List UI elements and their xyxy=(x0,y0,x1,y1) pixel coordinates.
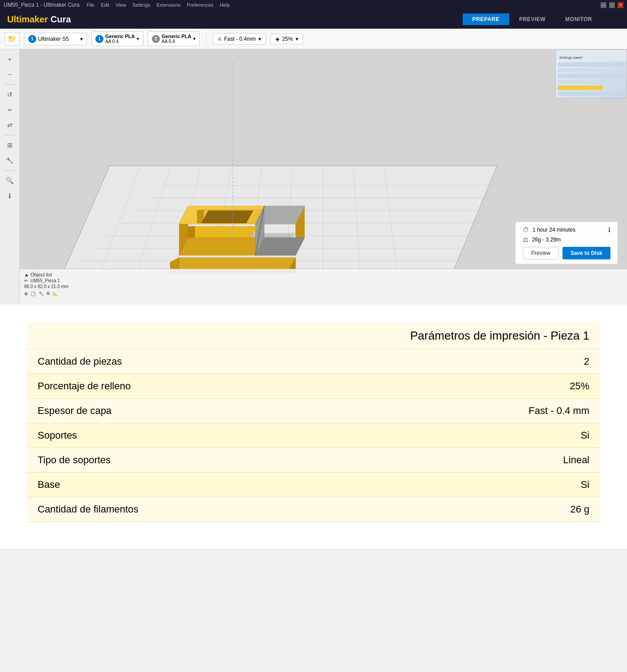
svg-rect-42 xyxy=(558,62,625,67)
close-button[interactable]: ✕ xyxy=(618,2,623,8)
material1-name: Generic PLA xyxy=(105,34,135,39)
nav-monitor[interactable]: MONITOR xyxy=(555,13,602,25)
time-info-icon: ℹ xyxy=(608,226,610,233)
printer-name: Ultimaker S5 xyxy=(38,36,69,42)
svg-rect-43 xyxy=(558,68,625,73)
object-list-label: ▲ Object list xyxy=(24,272,52,277)
app-logo: Ultimaker Cura xyxy=(7,14,71,25)
svg-marker-35 xyxy=(188,226,258,237)
menu-extensions[interactable]: Extensions xyxy=(157,2,181,8)
print-settings-selector[interactable]: ≡ Fast - 0.4mm ▾ xyxy=(213,33,266,45)
svg-rect-45 xyxy=(558,80,625,84)
param-value: Si xyxy=(369,423,600,448)
title-bar: UM55_Pieza 1 - Ultimaker Cura File Edit … xyxy=(0,0,627,10)
infill-icon: ◈ xyxy=(275,36,279,42)
toolbar: 📁 1 Ultimaker S5 ▾ 1 Generic PLA AA 0.4 … xyxy=(0,29,627,49)
file-open-button[interactable]: 📁 xyxy=(4,32,20,46)
menu-settings[interactable]: Settings xyxy=(133,2,150,8)
param-label: Base xyxy=(27,473,369,497)
window-title: UM55_Pieza 1 - Ultimaker Cura xyxy=(4,2,79,8)
param-value: Fast - 0.4 mm xyxy=(369,399,600,423)
material2-selector[interactable]: 2 Generic PLA AA 0.4 ▾ xyxy=(148,31,200,46)
nav-prepare[interactable]: PREPARE xyxy=(463,13,510,25)
tool-icon-5[interactable]: 📐 xyxy=(52,291,58,296)
viewport[interactable]: + − ↺ ⇔ ⇄ ⊞ 🔧 🔍 ℹ xyxy=(0,49,627,305)
param-label: Tipo de soportes xyxy=(27,448,369,473)
table-header: Parámetros de impresión - Pieza 1 xyxy=(27,323,600,349)
estimate-box: ⏱ 1 hour 24 minutes ℹ ⚖ 26g - 3.29m Prev… xyxy=(515,221,618,264)
svg-marker-36 xyxy=(188,226,195,237)
menu-preferences[interactable]: Preferences xyxy=(187,2,213,8)
param-label: Espesor de capa xyxy=(27,399,369,423)
table-title: Parámetros de impresión - Pieza 1 xyxy=(27,323,600,349)
menu-edit[interactable]: Edit xyxy=(101,2,109,8)
svg-rect-46 xyxy=(558,86,603,90)
tool-icon-1[interactable]: ⊕ xyxy=(24,291,28,296)
thumbnail-preview: Settings panel xyxy=(555,49,627,99)
material1-spec: AA 0.4 xyxy=(105,39,135,44)
param-label: Cantidad de filamentos xyxy=(27,497,369,522)
material2-dropdown-icon: ▾ xyxy=(193,36,196,42)
infill-selector[interactable]: ◈ 25% ▾ xyxy=(271,34,303,44)
table-row: Porcentaje de relleno25% xyxy=(27,374,600,399)
settings-icon: ≡ xyxy=(218,35,221,43)
minimize-button[interactable]: — xyxy=(601,2,606,8)
weight-estimate-label: 26g - 3.29m xyxy=(532,237,561,243)
infill-dropdown-icon: ▾ xyxy=(296,36,298,42)
tool-icon-3[interactable]: 🔧 xyxy=(39,291,44,296)
table-row: Espesor de capaFast - 0.4 mm xyxy=(27,399,600,423)
settings-label: Fast - 0.4mm xyxy=(224,36,256,42)
window-controls[interactable]: — □ ✕ xyxy=(601,2,623,8)
maximize-button[interactable]: □ xyxy=(609,2,615,8)
param-value: 2 xyxy=(369,349,600,374)
material1-index: 1 xyxy=(95,35,103,43)
estimate-actions: Preview Save to Disk xyxy=(523,247,610,259)
time-estimate-row: ⏱ 1 hour 24 minutes ℹ xyxy=(523,226,610,233)
table-row: SoportesSi xyxy=(27,423,600,448)
toolbar-separator xyxy=(206,32,206,46)
menu-view[interactable]: View xyxy=(116,2,126,8)
save-to-disk-button[interactable]: Save to Disk xyxy=(563,247,610,259)
app-window: UM55_Pieza 1 - Ultimaker Cura File Edit … xyxy=(0,0,627,549)
param-label: Soportes xyxy=(27,423,369,448)
tool-icon-4[interactable]: ⧉ xyxy=(47,291,50,296)
thumbnail-image: Settings panel xyxy=(556,50,627,98)
object-name-row: ✏ UM55_Pieza 1 xyxy=(24,278,623,283)
weight-icon: ⚖ xyxy=(523,236,528,243)
menu-bar[interactable]: File Edit View Settings Extensions Prefe… xyxy=(86,2,230,8)
table-row: Cantidad de piezas2 xyxy=(27,349,600,374)
table-row: Cantidad de filamentos26 g xyxy=(27,497,600,522)
nav-preview[interactable]: PREVIEW xyxy=(509,13,555,25)
printer-selector[interactable]: 1 Ultimaker S5 ▾ xyxy=(24,33,87,45)
param-label: Cantidad de piezas xyxy=(27,349,369,374)
viewport-svg xyxy=(0,49,627,305)
weight-estimate-row: ⚖ 26g - 3.29m xyxy=(523,236,610,243)
material2-index: 2 xyxy=(152,35,160,43)
logo-text-main: Ultimaker xyxy=(7,14,48,24)
menu-help[interactable]: Help xyxy=(220,2,230,8)
svg-rect-47 xyxy=(558,91,625,96)
object-name-label: UM55_Pieza 1 xyxy=(30,278,60,283)
param-value: 25% xyxy=(369,374,600,399)
app-header: Ultimaker Cura PREPARE PREVIEW MONITOR xyxy=(0,10,627,29)
folder-icon: 📁 xyxy=(8,34,17,43)
menu-file[interactable]: File xyxy=(86,2,94,8)
material1-dropdown-icon: ▾ xyxy=(137,36,139,42)
header-nav: PREPARE PREVIEW MONITOR xyxy=(463,13,602,25)
clock-icon: ⏱ xyxy=(523,226,529,233)
tool-icon-2[interactable]: 📋 xyxy=(30,291,36,296)
time-estimate-label: 1 hour 24 minutes xyxy=(533,227,575,233)
preview-button[interactable]: Preview xyxy=(523,247,559,259)
svg-rect-44 xyxy=(558,74,625,78)
pencil-icon: ✏ xyxy=(24,278,28,283)
object-list-row: ▲ Object list xyxy=(24,272,623,277)
printer-index: 1 xyxy=(28,35,36,43)
svg-text:Settings panel: Settings panel xyxy=(559,56,582,60)
param-value: Lineal xyxy=(369,448,600,473)
logo-text-sub: Cura xyxy=(51,14,71,24)
info-overlay: ▲ Object list ✏ UM55_Pieza 1 86.0 x 82.0… xyxy=(20,269,627,305)
table-row: BaseSi xyxy=(27,473,600,497)
param-value: Si xyxy=(369,473,600,497)
material1-selector[interactable]: 1 Generic PLA AA 0.4 ▾ xyxy=(91,31,143,46)
param-label: Porcentaje de relleno xyxy=(27,374,369,399)
